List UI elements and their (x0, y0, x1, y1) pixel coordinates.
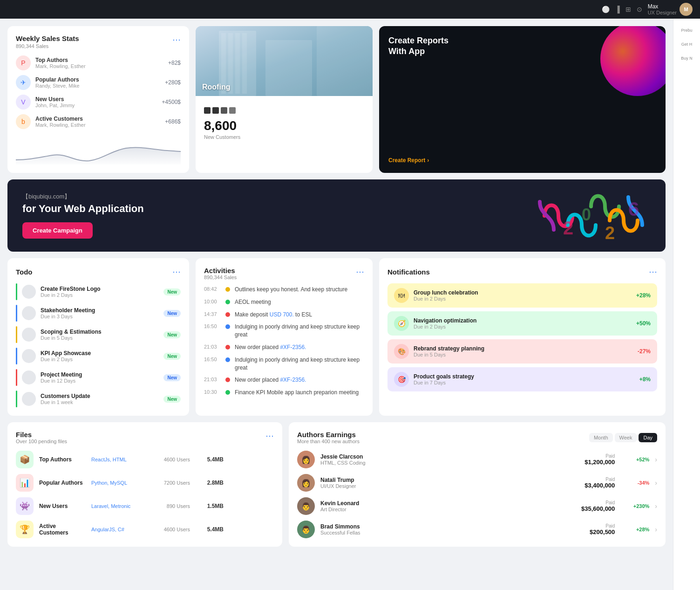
files-more[interactable]: ⋯ (265, 431, 274, 441)
author-paid-block-1: Paid $1,200,000 (584, 453, 615, 466)
notif-icon-1: 🍽 (394, 288, 409, 303)
todo-bar-5 (16, 369, 17, 386)
notif-due-3: Due in 5 Days (414, 352, 633, 357)
authors-card: Authors Earnings More than 400 new autho… (289, 422, 666, 547)
notif-text-1: Group lunch celebration Due in 2 Days (414, 289, 632, 302)
activity-dot-2 (225, 300, 230, 304)
notif-item-1[interactable]: 🍽 Group lunch celebration Due in 2 Days … (387, 283, 657, 308)
activity-text-5: New order placed #XF-2356. (235, 343, 306, 351)
menu-icon[interactable]: ▐ (615, 6, 620, 13)
notifications-more[interactable]: ⋯ (649, 267, 657, 277)
activity-text-4: Indulging in poorly driving and keep str… (235, 323, 364, 339)
file-list: 📦 Top Authors ReactJs, HTML 4600 Users 5… (16, 451, 274, 538)
authors-title: Authors Earnings (297, 431, 360, 439)
create-report-text: Create Report (388, 157, 425, 164)
top-authors-text: Top Authors Mark, Rowling, Esther (35, 57, 163, 69)
row-1: Weekly Sales Stats 890,344 Sales ⋯ P Top… (7, 26, 666, 173)
files-card: Files Over 100 pending files ⋯ 📦 Top Aut… (7, 422, 282, 547)
todo-badge-3: New (163, 331, 181, 338)
todo-name-3: Scoping & Estimations (41, 329, 159, 335)
user-name: Max (648, 3, 677, 10)
activity-dot-5 (225, 345, 230, 350)
todo-title: Todo (16, 268, 33, 276)
tab-day[interactable]: Day (639, 433, 657, 442)
campaign-title: for Your Web Application (22, 203, 144, 215)
sidebar-item-geth[interactable]: Get H (675, 38, 699, 50)
author-chevron-2[interactable]: › (655, 479, 657, 487)
activity-1: 08:42 Outlines keep you honest. And keep… (204, 286, 364, 294)
activity-3: 14:37 Make deposit USD 700. to ESL (204, 311, 364, 319)
row-3: Todo ⋯ Create FireStone Logo Due in 2 Da… (7, 258, 666, 416)
todo-badge-2: New (163, 310, 181, 317)
roofing-title: Roofing (202, 83, 230, 91)
author-amount-1: $1,200,000 (584, 459, 615, 466)
activity-link-3[interactable]: USD 700. (270, 311, 294, 318)
author-item-4: 👨 Brad Simmons Successful Fellas Paid $2… (297, 521, 657, 538)
activities-more[interactable]: ⋯ (356, 267, 364, 277)
svg-rect-6 (265, 40, 312, 96)
todo-bar-1 (16, 283, 17, 300)
settings-icon[interactable]: ⊙ (637, 6, 642, 13)
avatar[interactable]: M (680, 3, 693, 16)
todo-item-2: Stakeholder Meeting Due in 3 Days New (16, 305, 181, 322)
notif-item-4[interactable]: 🎯 Product goals strategy Due in 7 Days +… (387, 367, 657, 391)
file-tags-4: AngularJS, C# (91, 527, 147, 532)
notif-value-4: +8% (639, 376, 651, 383)
author-paid-label-1: Paid (584, 453, 615, 459)
authors-header: Authors Earnings More than 400 new autho… (297, 431, 657, 444)
sidebar-item-prebu[interactable]: Prebu (675, 24, 699, 36)
notifications-card: Notifications ⋯ 🍽 Group lunch celebratio… (379, 258, 666, 416)
author-info-4: Brad Simmons Successful Fellas (320, 523, 584, 535)
activity-link-7[interactable]: #XF-2356. (280, 377, 306, 383)
new-users-names: John, Pat, Jimmy (35, 103, 157, 108)
todo-badge-4: New (163, 353, 181, 360)
sidebar-strip: Prebu Get H Buy N (673, 19, 700, 554)
top-authors-icon: P (16, 55, 31, 70)
author-amount-2: $3,400,000 (584, 482, 615, 489)
todo-avatar-3 (22, 328, 36, 342)
grid-icon[interactable]: ⊞ (625, 6, 631, 13)
todo-item-6: Customers Update Due in 1 week New (16, 391, 181, 407)
todo-item-5: Project Meeting Due in 12 Days New (16, 369, 181, 386)
activity-dot-1 (225, 287, 230, 292)
search-icon[interactable]: ⚪ (602, 6, 610, 13)
notif-due-2: Due in 2 Days (414, 324, 632, 329)
file-icon-2: 📊 (16, 474, 34, 492)
todo-due-4: Due in 2 Days (41, 357, 159, 362)
notif-due-1: Due in 2 Days (414, 296, 632, 302)
author-chevron-3[interactable]: › (655, 502, 657, 510)
author-chevron-1[interactable]: › (655, 456, 657, 463)
activity-text-2: AEOL meeting (235, 298, 271, 306)
tab-month[interactable]: Month (589, 433, 613, 442)
notif-item-2[interactable]: 🧭 Navigation optimization Due in 2 Days … (387, 311, 657, 336)
todo-text-2: Stakeholder Meeting Due in 3 Days (41, 307, 159, 319)
create-report-link[interactable]: Create Report › (388, 157, 656, 164)
reports-title: Create ReportsWith App (388, 35, 656, 57)
activity-6: 16:50 Indulging in poorly driving and ke… (204, 356, 364, 372)
create-campaign-button[interactable]: Create Campaign (22, 222, 93, 239)
author-avatar-4: 👨 (297, 521, 315, 538)
stat-top-authors: P Top Authors Mark, Rowling, Esther +82$ (16, 55, 181, 70)
author-change-4: +28% (626, 527, 649, 532)
author-info-3: Kevin Leonard Art Director (320, 500, 576, 512)
todo-name-6: Customers Update (41, 393, 159, 399)
todo-list: Create FireStone Logo Due in 2 Days New … (16, 283, 181, 407)
user-profile[interactable]: Max UX Designer M (648, 3, 693, 16)
todo-more[interactable]: ⋯ (172, 267, 181, 277)
roofing-bottom: 8,600 New Customers (196, 101, 373, 148)
svg-text:2: 2 (563, 218, 573, 238)
author-avatar-1: 👩 (297, 451, 315, 468)
file-item-3: 👾 New Users Laravel, Metronic 890 Users … (16, 497, 274, 515)
todo-bar-4 (16, 348, 17, 364)
file-tags-1: ReactJs, HTML (91, 457, 147, 462)
row-4: Files Over 100 pending files ⋯ 📦 Top Aut… (7, 422, 666, 547)
author-chevron-4[interactable]: › (655, 526, 657, 533)
todo-bar-6 (16, 391, 17, 407)
activity-link-5[interactable]: #XF-2356. (280, 344, 306, 350)
sidebar-item-buyn[interactable]: Buy N (675, 52, 699, 64)
weekly-sales-more[interactable]: ⋯ (172, 34, 181, 45)
author-avatar-3: 👨 (297, 497, 315, 515)
notif-item-3[interactable]: 🎨 Rebrand strategy planning Due in 5 Day… (387, 339, 657, 364)
tab-week[interactable]: Week (615, 433, 637, 442)
user-role: UX Designer (648, 10, 677, 15)
